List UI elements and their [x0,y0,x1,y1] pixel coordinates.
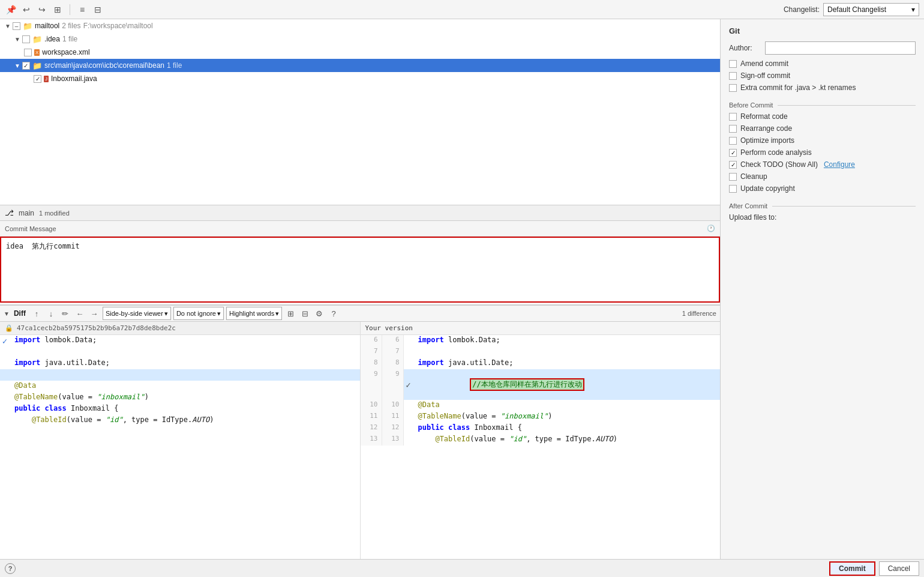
extra-commit-row[interactable]: Extra commit for .java > .kt renames [729,83,916,92]
right-linenum-l6: 6 [361,335,382,346]
right-nav-7 [404,346,413,358]
help-diff-icon[interactable]: ? [328,307,340,319]
highlight-dropdown[interactable]: Highlight words ▾ [226,307,282,320]
right-linenum-l10: 10 [361,400,382,411]
ignore-dropdown[interactable]: Do not ignore ▾ [173,307,224,320]
tree-workspace[interactable]: X workspace.xml [0,46,720,59]
bottom-bar: ? Commit Cancel [0,559,924,577]
signoff-label: Sign-off commit [740,71,790,80]
ignore-chevron: ▾ [217,310,221,318]
layout-icon[interactable]: ⊞ [52,4,64,16]
edit-icon[interactable]: ✏ [59,307,71,319]
right-code-8: import java.util.Date; [413,358,721,369]
extra-checkbox[interactable] [729,84,737,92]
right-nav-13 [404,434,413,446]
right-linenum-l7: 7 [361,346,382,358]
group-icon[interactable]: ⊟ [92,4,104,16]
workspace-label: workspace.xml [42,48,89,56]
reformat-checkbox[interactable] [729,113,737,121]
rearrange-checkbox[interactable] [729,125,737,133]
commit-button[interactable]: Commit [829,561,875,576]
inboxmail-checkbox[interactable]: ✓ [34,75,41,83]
top-toolbar: 📌 ↩ ↪ ⊞ ≡ ⊟ Changelist: Default Changeli… [0,0,924,19]
arrow-down-icon[interactable]: ↓ [45,307,57,319]
right-line-7: 7 7 [361,346,721,358]
diff-version-bar: Your version [361,322,721,335]
sort-icon[interactable]: ≡ [76,4,88,16]
right-code-9: //本地仓库同样在第九行进行改动 [413,369,721,400]
right-line-9: 9 9 ✓ //本地仓库同样在第九行进行改动 [361,369,721,400]
help-icon[interactable]: ? [5,563,16,574]
settings-icon[interactable]: ⚙ [313,307,325,319]
cancel-button[interactable]: Cancel [879,561,919,576]
right-linenum-l8: 8 [361,358,382,369]
nav-marker6 [0,392,10,403]
arrow-up-icon[interactable]: ↑ [31,307,43,319]
prev-diff-icon[interactable]: ← [74,307,86,319]
viewer-option: Side-by-side viewer [106,310,163,317]
version-label: Your version [365,324,413,332]
tree-src[interactable]: ▼ ✓ 📁 src\main\java\com\icbc\coremail\be… [0,59,720,72]
branch-bar: ⎇ main 1 modified [0,205,720,221]
cleanup-checkbox[interactable] [729,173,737,181]
src-checkbox[interactable]: ✓ [22,62,30,70]
right-code-6: import lombok.Data; [413,335,721,346]
todo-row[interactable]: ✓ Check TODO (Show All) Configure [729,160,916,169]
commit-message-section: Commit Message 🕐 idea 第九行commit [0,221,720,305]
changelist-dropdown[interactable]: Default Changelist ▾ [823,3,919,16]
columns-icon[interactable]: ⊞ [284,307,296,319]
viewer-dropdown[interactable]: Side-by-side viewer ▾ [103,307,171,320]
pin-icon[interactable]: 📌 [5,4,17,16]
left-code-empty2 [10,369,360,381]
tree-root[interactable]: ▼ – 📁 mailtool 2 files F:\workspace\mail… [0,19,720,32]
signoff-checkbox[interactable] [729,72,737,80]
right-linenum-l9: 9 [361,369,382,400]
rearrange-row[interactable]: Rearrange code [729,124,916,133]
configure-link[interactable]: Configure [824,160,855,169]
optimize-checkbox[interactable] [729,137,737,145]
next-diff-icon[interactable]: → [88,307,100,319]
left-panel: ▼ – 📁 mailtool 2 files F:\workspace\mail… [0,19,720,559]
left-line-import-date: import java.util.Date; [0,358,360,369]
right-line-10: 10 10 @Data [361,400,721,411]
diff-collapse-arrow[interactable]: ▼ [4,310,10,317]
right-line-13: 13 13 @TableId(value = "id", type = IdTy… [361,434,721,446]
amend-checkbox[interactable] [729,60,737,68]
upload-label: Upload files to: [729,213,776,222]
diff-header-bar: ▼ Diff ↑ ↓ ✏ ← → Side-by-side viewer ▾ D… [0,305,720,322]
optimize-row[interactable]: Optimize imports [729,136,916,145]
commit-message-input[interactable]: idea 第九行commit [0,237,720,303]
signoff-commit-row[interactable]: Sign-off commit [729,71,916,80]
tree-inboxmail[interactable]: ✓ J Inboxmail.java [0,72,720,85]
redo-icon[interactable]: ↪ [36,4,48,16]
nav-marker2 [0,346,10,358]
separator [70,4,70,15]
left-line-import-lombok: ✓ import lombok.Data; [0,335,360,346]
highlight-option: Highlight words [229,310,274,317]
left-line-empty1 [0,346,360,358]
author-input[interactable] [765,41,916,55]
amend-commit-row[interactable]: Amend commit [729,59,916,68]
workspace-checkbox[interactable] [24,49,32,56]
copyright-row[interactable]: Update copyright [729,184,916,193]
cleanup-row[interactable]: Cleanup [729,172,916,181]
todo-label: Check TODO (Show All) [740,160,818,169]
reformat-row[interactable]: Reformat code [729,112,916,121]
analysis-row[interactable]: ✓ Perform code analysis [729,148,916,157]
modified-badge: 1 modified [39,210,70,217]
tree-idea[interactable]: ▼ 📁 .idea 1 file [0,32,720,46]
root-checkbox[interactable]: – [13,22,20,30]
src-count: 1 file [167,61,182,70]
fold-icon[interactable]: ⊟ [299,307,311,319]
undo-icon[interactable]: ↩ [20,4,32,16]
analysis-checkbox[interactable]: ✓ [729,149,737,157]
left-line-class: public class Inboxmail { [0,403,360,415]
nav-marker7 [0,403,10,415]
idea-checkbox[interactable] [22,35,30,43]
clock-icon[interactable]: 🕐 [707,225,715,232]
amend-label: Amend commit [740,59,788,68]
src-folder-icon: 📁 [32,61,42,70]
todo-checkbox[interactable]: ✓ [729,161,737,169]
left-code-tableid: @TableId(value = "id", type = IdType.AUT… [10,415,360,426]
copyright-checkbox[interactable] [729,185,737,193]
